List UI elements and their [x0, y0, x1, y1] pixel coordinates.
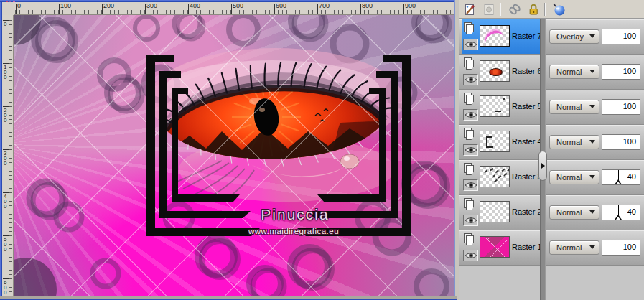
layer-name: Raster 5 [512, 102, 542, 111]
blend-mode-dropdown[interactable]: Overlay [549, 29, 599, 44]
opacity-slider[interactable]: 100 [602, 134, 640, 150]
opacity-slider[interactable]: 100 [602, 64, 640, 80]
blend-mode-dropdown[interactable]: Normal [549, 240, 599, 255]
layer-item[interactable]: Raster 1 [462, 230, 540, 265]
chevron-down-icon [589, 70, 595, 73]
opacity-slider[interactable]: 100 [602, 99, 640, 115]
vertical-ruler[interactable]: 0100200300400500600 [2, 15, 14, 296]
opacity-value: 100 [623, 67, 636, 75]
layer-row: Raster 7 Overlay 100 [459, 19, 644, 55]
layer-thumbnail[interactable] [480, 131, 510, 152]
blend-mode-dropdown[interactable]: Normal [549, 170, 599, 184]
opacity-slider-thumb[interactable] [618, 170, 619, 184]
opacity-slider[interactable]: 40 [602, 205, 640, 220]
opacity-slider[interactable]: 100 [602, 240, 640, 256]
chevron-down-icon [589, 34, 595, 38]
layer-controls: Normal 40 [546, 160, 644, 194]
opacity-slider-thumb[interactable] [618, 205, 619, 220]
layer-name: Raster 6 [512, 67, 542, 75]
blend-mode-value: Normal [556, 138, 582, 146]
blend-mode-value: Normal [556, 243, 582, 252]
opacity-value: 40 [627, 207, 636, 216]
layer-row: Raster 2 Normal 40 [459, 195, 644, 230]
layer-thumbnail[interactable] [480, 95, 510, 117]
chevron-right-icon [541, 163, 545, 169]
visibility-toggle[interactable] [463, 144, 478, 156]
lock-transparency-icon[interactable] [525, 1, 541, 17]
layer-name: Raster 2 [512, 207, 542, 216]
layer-thumbnail[interactable] [480, 25, 510, 47]
palette-splitter[interactable] [540, 19, 546, 300]
blend-mode-dropdown[interactable]: Normal [549, 65, 599, 79]
toolbar-separator [544, 3, 546, 16]
link-layers-icon[interactable] [506, 1, 523, 17]
opacity-slider[interactable]: 100 [602, 29, 640, 44]
chevron-down-icon [589, 140, 595, 144]
blend-mode-value: Normal [556, 173, 582, 182]
layer-item[interactable]: Raster 5 [462, 90, 540, 124]
layer-thumbnail[interactable] [480, 236, 510, 258]
layer-pages-icon[interactable] [464, 93, 475, 105]
horizontal-ruler[interactable]: 0100200300400500600700800900 [14, 2, 454, 15]
canvas[interactable]: Pinuccia www.maidiregrafica.eu [14, 15, 454, 296]
layers-palette: Raster 7 Overlay 100 Raster 6 Normal 100 [459, 0, 644, 300]
edit-selection-icon[interactable] [551, 1, 567, 17]
layer-thumbnail[interactable] [480, 166, 510, 187]
layer-pages-icon[interactable] [464, 233, 475, 245]
splitter-handle[interactable] [538, 151, 547, 181]
layers-toolbar [459, 0, 644, 19]
opacity-value: 100 [623, 102, 636, 111]
layer-pages-icon[interactable] [464, 198, 475, 210]
layer-row: Raster 1 Normal 100 [459, 230, 644, 266]
new-mask-layer-icon[interactable] [480, 1, 497, 17]
layer-pages-icon[interactable] [464, 57, 475, 70]
layers-list: Raster 7 Overlay 100 Raster 6 Normal 100 [459, 19, 644, 300]
layer-row: Raster 3 Normal 40 [459, 160, 644, 195]
ruler-corner-box [2, 2, 14, 16]
visibility-toggle[interactable] [463, 250, 478, 261]
visibility-toggle[interactable] [463, 74, 478, 85]
visibility-toggle[interactable] [463, 215, 478, 226]
layer-pages-icon[interactable] [464, 22, 475, 34]
chevron-down-icon [589, 175, 595, 179]
frame-brackets [14, 15, 454, 296]
layer-pages-icon[interactable] [464, 163, 475, 175]
layer-controls: Normal 40 [546, 195, 644, 230]
layer-item[interactable]: Raster 7 [462, 19, 540, 54]
layer-controls: Normal 100 [546, 125, 644, 159]
opacity-slider[interactable]: 40 [602, 169, 640, 185]
layer-item[interactable]: Raster 6 [462, 55, 540, 89]
blend-mode-dropdown[interactable]: Normal [549, 205, 599, 220]
blend-mode-value: Normal [556, 67, 582, 76]
layer-pages-icon[interactable] [464, 128, 475, 140]
layer-item[interactable]: Raster 2 [462, 195, 540, 230]
opacity-value: 40 [627, 172, 636, 181]
layer-thumbnail[interactable] [480, 201, 510, 222]
visibility-toggle[interactable] [463, 39, 478, 50]
layer-name: Raster 7 [512, 32, 542, 40]
image-window: 0100200300400500600700800900 01002003004… [0, 0, 457, 300]
blend-mode-dropdown[interactable]: Normal [549, 135, 599, 149]
blend-mode-dropdown[interactable]: Normal [549, 100, 599, 114]
application-window: 0100200300400500600700800900 01002003004… [0, 0, 644, 300]
blend-mode-value: Overlay [556, 32, 584, 41]
toolbar-separator [500, 3, 501, 16]
layer-name: Raster 1 [512, 243, 542, 251]
layer-controls: Normal 100 [546, 55, 644, 89]
visibility-toggle[interactable] [463, 179, 478, 191]
layer-thumbnail[interactable] [480, 60, 510, 82]
chevron-down-icon [589, 105, 595, 108]
new-layer-icon[interactable] [462, 1, 478, 17]
layer-item[interactable]: Raster 4 [462, 125, 540, 159]
chevron-down-icon [589, 245, 595, 249]
layer-row: Raster 6 Normal 100 [459, 55, 644, 90]
window-bottom-edge [0, 296, 457, 300]
visibility-toggle[interactable] [463, 109, 478, 121]
layer-item[interactable]: Raster 3 [462, 160, 540, 194]
opacity-value: 100 [623, 137, 636, 146]
layer-controls: Normal 100 [546, 90, 644, 124]
opacity-value: 100 [623, 243, 636, 251]
blend-mode-value: Normal [556, 103, 582, 111]
layer-name: Raster 3 [512, 172, 542, 181]
layer-controls: Overlay 100 [546, 19, 644, 54]
